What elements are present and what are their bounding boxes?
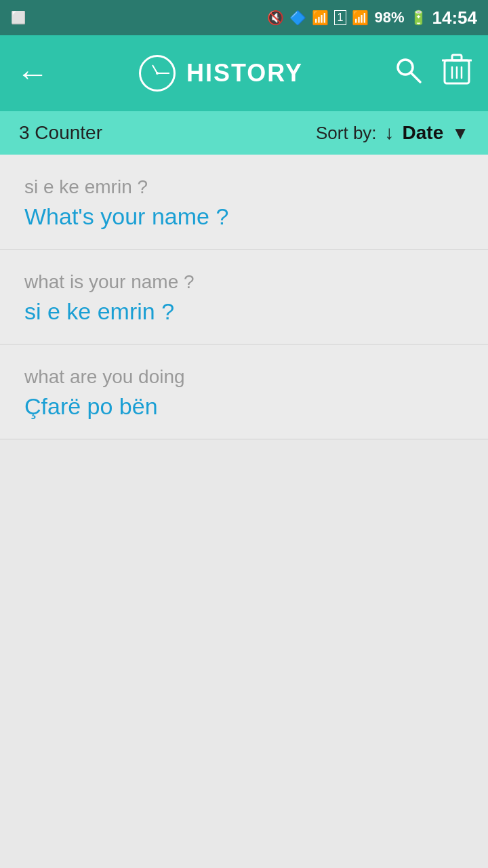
clock-time: 14:54 [432,7,478,28]
clock-minute-hand [157,73,169,74]
translated-text: What's your name ? [24,203,464,230]
battery-icon: 🔋 [410,9,427,26]
translated-text: si e ke emrin ? [24,298,464,325]
wifi-icon: 📶 [312,9,329,26]
app-bar: ← HISTORY [0,35,488,111]
history-item[interactable]: what is your name ? si e ke emrin ? [0,250,488,344]
page-title: HISTORY [186,59,303,87]
app-bar-actions [393,54,472,93]
history-clock-icon [139,55,176,92]
sort-dropdown-icon[interactable]: ▼ [451,123,469,144]
back-button[interactable]: ← [16,55,49,92]
delete-button[interactable] [442,54,472,93]
status-bar-right: 🔇 🔷 📶 1 📶 98% 🔋 14:54 [267,7,477,28]
clock-center-dot [156,72,159,75]
translated-text: Çfarë po bën [24,393,464,420]
search-button[interactable] [393,55,423,92]
sim-icon: 1 [334,10,347,25]
svg-rect-4 [452,55,462,60]
mute-icon: 🔇 [267,9,284,26]
sort-controls[interactable]: Sort by: ↓ Date ▼ [316,122,469,144]
source-text: what are you doing [24,366,464,388]
counter-label: 3 Counter [19,122,102,144]
sort-direction-icon: ↓ [385,122,394,144]
svg-line-1 [411,73,421,83]
source-text: what is your name ? [24,271,464,293]
app-bar-center: HISTORY [139,55,303,92]
status-bar-left: ⬜ [11,10,26,25]
source-text: si e ke emrin ? [24,176,464,198]
sort-by-label: Sort by: [316,123,377,144]
bluetooth-icon: 🔷 [289,9,306,26]
filter-bar: 3 Counter Sort by: ↓ Date ▼ [0,111,488,155]
sort-field-label: Date [403,122,444,144]
screen-icon: ⬜ [11,10,26,25]
history-item[interactable]: si e ke emrin ? What's your name ? [0,155,488,250]
status-bar: ⬜ 🔇 🔷 📶 1 📶 98% 🔋 14:54 [0,0,488,35]
battery-label: 98% [374,9,404,26]
history-list: si e ke emrin ? What's your name ? what … [0,155,488,439]
signal-icon: 📶 [352,9,369,26]
history-item[interactable]: what are you doing Çfarë po bën [0,344,488,439]
